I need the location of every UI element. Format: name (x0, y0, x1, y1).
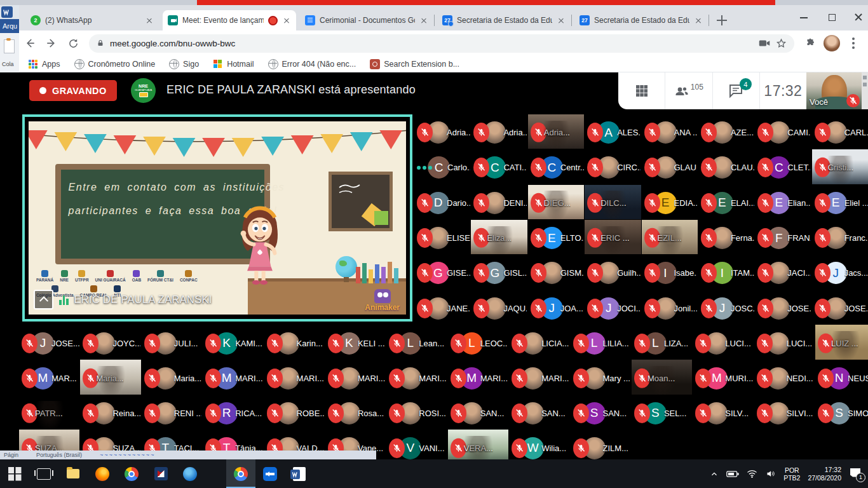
participant-tile[interactable]: MARI... (264, 360, 325, 395)
participant-tile[interactable]: JULI... (142, 325, 202, 360)
participant-tile[interactable]: Guilh... (585, 255, 641, 289)
tab-3[interactable]: Cerimonial - Documentos Go (300, 10, 433, 30)
participant-tile[interactable]: DILC... (585, 185, 641, 219)
participant-tile[interactable]: GISM... (528, 255, 584, 289)
participant-tile[interactable]: Rosa... (325, 395, 386, 430)
reload-icon[interactable] (62, 32, 84, 54)
participant-tile[interactable]: DENI... (471, 185, 527, 219)
participant-tile[interactable]: LLIZA... (632, 325, 692, 360)
participant-tile[interactable]: Adria... (414, 114, 470, 149)
mcafee-button[interactable] (146, 459, 175, 488)
chat-button[interactable]: 4 (713, 72, 759, 109)
participant-tile[interactable]: ZILM... (571, 430, 631, 459)
participant-tile[interactable]: SILVI... (754, 395, 815, 430)
participant-tile[interactable]: Moan... (632, 360, 692, 395)
participant-tile[interactable]: MARI... (386, 360, 447, 395)
participant-tile[interactable]: SSAN... (571, 395, 631, 430)
participant-tile[interactable]: SSIMO... (815, 395, 868, 430)
chevron-up-icon[interactable] (710, 470, 719, 478)
teamviewer-button[interactable] (255, 459, 285, 488)
extensions-icon[interactable] (799, 32, 821, 54)
participant-tile[interactable]: WWilia... (509, 430, 569, 459)
participant-tile[interactable]: CIRC... (585, 149, 641, 184)
participant-tile[interactable]: Cristi... (812, 149, 868, 184)
participant-tile[interactable]: RENI ... (142, 395, 202, 430)
participant-tile[interactable]: JACI... (755, 255, 811, 289)
volume-icon[interactable] (765, 469, 776, 478)
camera-icon[interactable] (759, 39, 770, 48)
participant-tile[interactable]: Maria... (142, 360, 202, 395)
participant-tile[interactable]: LLean... (386, 325, 447, 360)
participant-tile[interactable]: ANA ... (642, 114, 698, 149)
participant-tile[interactable]: ROSI... (386, 395, 447, 430)
participant-tile[interactable]: FFRAN... (755, 220, 811, 254)
participant-tile[interactable]: JANE... (414, 290, 470, 325)
tab-1[interactable]: 2(2) WhatsApp (25, 10, 159, 30)
participant-tile[interactable]: NEDI... (754, 360, 815, 395)
bookmark-1[interactable]: Apps (28, 59, 60, 69)
participant-tile[interactable]: AZE... (698, 114, 754, 149)
participant-tile[interactable]: MMARI... (448, 360, 508, 395)
participant-tile[interactable]: Adria... (528, 114, 584, 149)
start-button[interactable] (0, 459, 29, 488)
tab-close-icon[interactable] (145, 16, 154, 25)
participant-tile[interactable]: AALES... (585, 114, 641, 149)
tab-close-icon[interactable] (694, 16, 703, 25)
participant-tile[interactable]: LLILIA... (571, 325, 631, 360)
tab-close-icon[interactable] (282, 16, 291, 25)
participant-tile[interactable]: CCLET... (755, 149, 811, 184)
participant-tile[interactable]: IITAM... (698, 255, 754, 289)
participant-tile[interactable]: Reina... (80, 395, 140, 430)
participant-tile[interactable]: Karin... (264, 325, 325, 360)
participant-tile[interactable]: NNEUS... (815, 360, 868, 395)
participant-tile[interactable]: ERIC ... (585, 220, 641, 254)
participant-tile[interactable]: ELISE... (414, 220, 470, 254)
participant-tile[interactable]: JAQU... (471, 290, 527, 325)
participant-tile[interactable]: EELAI... (698, 185, 754, 219)
profile-avatar[interactable] (824, 35, 840, 51)
participant-tile[interactable]: DDario... (414, 185, 470, 219)
star-icon[interactable] (776, 38, 787, 49)
participant-tile[interactable]: EEliel ... (812, 185, 868, 219)
participant-tile[interactable]: LLEOC... (448, 325, 508, 360)
tab-close-icon[interactable] (557, 16, 566, 25)
paste-clipboard-icon[interactable] (4, 39, 15, 53)
word-file-tab[interactable]: Arqu (0, 19, 19, 33)
participant-tile[interactable]: JJOCI... (585, 290, 641, 325)
participant-tile[interactable]: EZIL... (642, 220, 698, 254)
address-bar[interactable]: meet.google.com/bnu-owwb-bwc (89, 34, 794, 53)
participant-tile[interactable]: JJOA... (528, 290, 584, 325)
participant-tile[interactable]: Ferna... (698, 220, 754, 254)
tab-close-icon[interactable] (419, 16, 428, 25)
bookmark-4[interactable]: Hotmail (213, 59, 254, 69)
participant-tile[interactable]: Maria... (80, 360, 140, 395)
self-mic-muted-icon[interactable] (846, 94, 860, 107)
back-icon[interactable] (19, 32, 41, 54)
self-video-tile[interactable]: Você (806, 72, 862, 109)
bookmark-2[interactable]: Cronômetro Online (74, 59, 156, 69)
participant-tile[interactable]: LUCI... (693, 325, 753, 360)
participant-tile[interactable]: PATR... (19, 395, 79, 430)
participant-tile[interactable]: CAMI... (755, 114, 811, 149)
participant-tile[interactable]: Jonil... (642, 290, 698, 325)
participant-tile[interactable]: CCarlo... (414, 149, 470, 184)
taskbar-clock[interactable]: 17:3227/08/2020 (808, 466, 841, 482)
battery-icon[interactable] (726, 470, 739, 478)
participant-tile[interactable]: VVANI... (386, 430, 447, 459)
bookmark-3[interactable]: Sigo (169, 59, 199, 69)
participant-tile[interactable]: MMAR... (19, 360, 79, 395)
wifi-icon[interactable] (747, 469, 757, 478)
participant-tile[interactable]: JJacs... (812, 255, 868, 289)
participant-tile[interactable]: Adria... (471, 114, 527, 149)
participant-tile[interactable]: CLAU... (698, 149, 754, 184)
participant-tile[interactable]: CCentr... (528, 149, 584, 184)
participant-tile[interactable]: KKELI ... (325, 325, 386, 360)
participant-tile[interactable]: JOSE... (755, 290, 811, 325)
tab-4[interactable]: 27Secretaria de Estado da Educ (437, 10, 571, 30)
word-language-status[interactable]: Português (Brasil) (36, 451, 82, 459)
grid-view-icon[interactable] (618, 72, 665, 109)
popout-icon[interactable] (34, 290, 53, 309)
participants-button[interactable]: 105 (665, 72, 712, 109)
participant-tile[interactable]: EEDIA... (642, 185, 698, 219)
notification-icon[interactable]: 1 (849, 468, 863, 480)
